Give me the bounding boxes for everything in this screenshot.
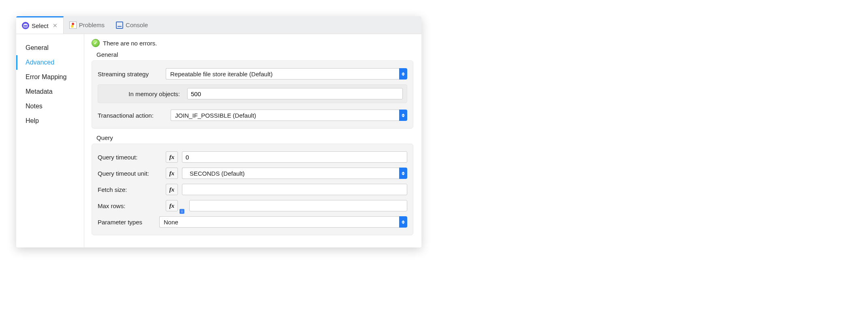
chevron-updown-icon[interactable] bbox=[399, 68, 407, 80]
parameter-types-select[interactable]: None bbox=[159, 216, 407, 228]
max-rows-input[interactable] bbox=[189, 200, 407, 211]
transactional-action-value: JOIN_IF_POSSIBLE (Default) bbox=[171, 110, 399, 121]
chevron-updown-icon[interactable] bbox=[399, 110, 407, 121]
body: General Advanced Error Mapping Metadata … bbox=[16, 34, 421, 247]
tab-select-label: Select bbox=[32, 22, 49, 29]
fetch-size-label: Fetch size: bbox=[98, 186, 162, 193]
query-timeout-unit-value: SECONDS (Default) bbox=[182, 168, 399, 179]
problems-icon bbox=[69, 22, 77, 29]
sidebar-item-error-mapping[interactable]: Error Mapping bbox=[16, 70, 84, 84]
tab-console[interactable]: Console bbox=[110, 16, 154, 34]
chevron-updown-icon[interactable] bbox=[399, 168, 407, 179]
sidebar-item-metadata[interactable]: Metadata bbox=[16, 84, 84, 99]
fetch-size-input[interactable] bbox=[182, 184, 407, 195]
tab-problems-label: Problems bbox=[79, 22, 105, 28]
row-streaming-strategy: Streaming strategy Repeatable file store… bbox=[98, 66, 407, 82]
parameter-types-label: Parameter types bbox=[98, 219, 155, 226]
main-panel: ✓ There are no errors. General Streaming… bbox=[84, 34, 421, 247]
row-query-timeout: Query timeout: fx bbox=[98, 149, 407, 165]
row-parameter-types: Parameter types None bbox=[98, 214, 407, 230]
fx-button[interactable]: fx bbox=[166, 184, 178, 195]
info-icon: i bbox=[180, 209, 184, 214]
sidebar-item-general[interactable]: General bbox=[16, 41, 84, 55]
section-query: Query timeout: fx Query timeout unit: fx… bbox=[92, 144, 413, 235]
row-fetch-size: Fetch size: fx bbox=[98, 181, 407, 198]
fx-button[interactable]: fx bbox=[166, 168, 178, 179]
status-row: ✓ There are no errors. bbox=[92, 39, 413, 47]
close-icon[interactable]: ✕ bbox=[53, 22, 58, 29]
database-icon bbox=[22, 22, 29, 29]
section-general: Streaming strategy Repeatable file store… bbox=[92, 60, 413, 129]
tab-bar: Select ✕ Problems Console bbox=[16, 16, 421, 34]
check-icon: ✓ bbox=[92, 39, 100, 47]
tab-problems[interactable]: Problems bbox=[64, 16, 110, 34]
tab-select[interactable]: Select ✕ bbox=[16, 16, 64, 34]
transactional-action-select[interactable]: JOIN_IF_POSSIBLE (Default) bbox=[171, 110, 407, 121]
section-title-query: Query bbox=[92, 133, 413, 144]
console-icon bbox=[116, 22, 123, 29]
parameter-types-value: None bbox=[159, 216, 399, 228]
row-max-rows: Max rows: fx i bbox=[98, 198, 407, 214]
sidebar: General Advanced Error Mapping Metadata … bbox=[16, 34, 84, 247]
max-rows-label: Max rows: bbox=[98, 202, 162, 209]
streaming-strategy-value: Repeatable file store iterable (Default) bbox=[166, 68, 399, 80]
chevron-updown-icon[interactable] bbox=[399, 216, 407, 228]
section-title-general: General bbox=[92, 49, 413, 60]
query-timeout-label: Query timeout: bbox=[98, 154, 162, 161]
in-memory-objects-label: In memory objects: bbox=[102, 90, 183, 97]
query-timeout-unit-select[interactable]: SECONDS (Default) bbox=[182, 168, 407, 179]
sidebar-item-notes[interactable]: Notes bbox=[16, 99, 84, 114]
sidebar-item-advanced[interactable]: Advanced bbox=[16, 55, 84, 70]
config-window: Select ✕ Problems Console General Advanc… bbox=[16, 16, 421, 247]
streaming-strategy-label: Streaming strategy bbox=[98, 71, 162, 77]
row-transactional-action: Transactional action: JOIN_IF_POSSIBLE (… bbox=[98, 107, 407, 123]
streaming-strategy-select[interactable]: Repeatable file store iterable (Default) bbox=[166, 68, 407, 80]
sidebar-item-help[interactable]: Help bbox=[16, 114, 84, 128]
row-in-memory-objects: In memory objects: bbox=[98, 84, 407, 103]
query-timeout-input[interactable] bbox=[182, 151, 407, 163]
fx-button[interactable]: fx bbox=[166, 200, 178, 211]
tab-console-label: Console bbox=[126, 22, 148, 28]
in-memory-objects-input[interactable] bbox=[187, 88, 403, 99]
svg-point-0 bbox=[24, 24, 28, 25]
row-query-timeout-unit: Query timeout unit: fx SECONDS (Default) bbox=[98, 165, 407, 181]
status-message: There are no errors. bbox=[103, 40, 157, 47]
transactional-action-label: Transactional action: bbox=[98, 112, 167, 119]
query-timeout-unit-label: Query timeout unit: bbox=[98, 170, 162, 177]
fx-button[interactable]: fx bbox=[166, 151, 178, 163]
